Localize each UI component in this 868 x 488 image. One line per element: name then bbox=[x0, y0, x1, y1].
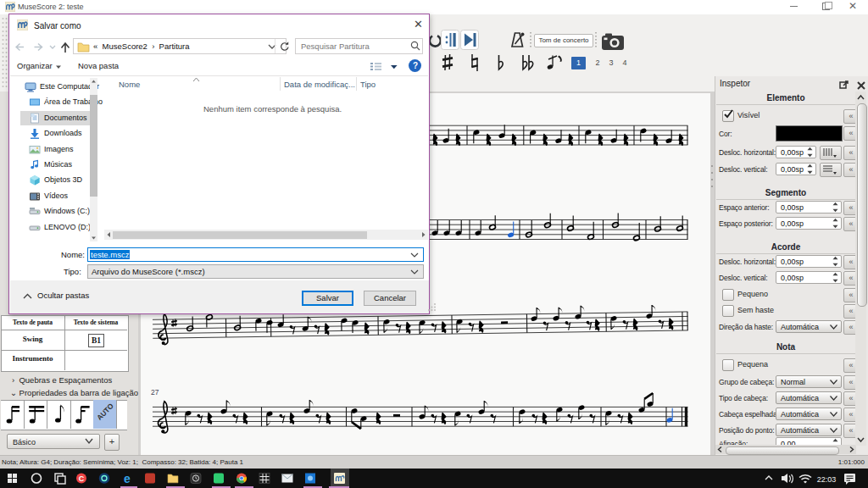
svg-text:27: 27 bbox=[151, 388, 159, 396]
svg-text:C: C bbox=[79, 474, 85, 483]
svg-text:22:03: 22:03 bbox=[817, 475, 837, 484]
svg-text:e: e bbox=[124, 472, 131, 485]
